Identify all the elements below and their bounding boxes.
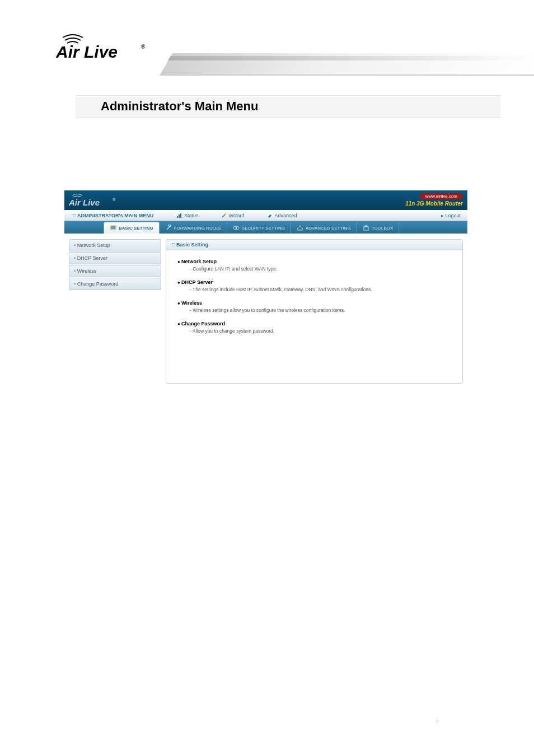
svg-text:®: ® bbox=[113, 198, 116, 202]
sidebar-item-wireless[interactable]: Wireless bbox=[69, 265, 161, 277]
router-body: Network Setup DHCP Server Wireless Chang… bbox=[64, 234, 467, 390]
menu-status[interactable]: Status bbox=[165, 213, 210, 218]
admin-main-menu-label: □ ADMINISTRATOR's MAIN MENU bbox=[64, 213, 165, 218]
router-header: Air Live ® www.airlive.com 11n 3G Mobile… bbox=[64, 190, 467, 210]
tab-toolbox[interactable]: TOOLBOX bbox=[357, 222, 400, 234]
item-desc: - Configure LAN IP, and select WAN type. bbox=[177, 266, 451, 272]
panel-item-wireless: Wireless - Wireless settings allow you t… bbox=[177, 300, 451, 313]
tab-advanced-setting[interactable]: ADVANCED SETTING bbox=[291, 222, 357, 234]
svg-text:Air Live: Air Live bbox=[56, 43, 118, 61]
url-badge[interactable]: www.airlive.com bbox=[420, 193, 463, 199]
panel-title: Basic Setting bbox=[166, 240, 462, 250]
tab-label: FORWARDING RULES bbox=[174, 226, 221, 231]
panel-item-dhcp-server: DHCP Server - The settings include Host … bbox=[177, 279, 451, 292]
house-icon bbox=[297, 225, 303, 231]
sidebar-item-dhcp-server[interactable]: DHCP Server bbox=[69, 252, 161, 264]
svg-rect-14 bbox=[365, 226, 367, 227]
page-title: Administrator's Main Menu bbox=[101, 99, 258, 114]
wrench-icon bbox=[165, 225, 172, 231]
svg-rect-6 bbox=[180, 213, 181, 218]
panel-body: Network Setup - Configure LAN IP, and se… bbox=[166, 250, 462, 350]
title-bar: Administrator's Main Menu bbox=[76, 95, 500, 118]
toolbox-icon bbox=[363, 225, 369, 231]
item-desc: - Wireless settings allow you to configu… bbox=[177, 307, 451, 313]
svg-rect-13 bbox=[364, 227, 368, 230]
tab-label: BASIC SETTING bbox=[119, 226, 153, 231]
tools-icon bbox=[267, 213, 273, 218]
tab-label: TOOLBOX bbox=[372, 226, 394, 231]
item-title[interactable]: Network Setup bbox=[177, 259, 451, 264]
svg-rect-10 bbox=[111, 226, 115, 229]
logout-link[interactable]: ▸ Logout bbox=[441, 213, 461, 218]
wand-icon bbox=[221, 213, 227, 218]
item-desc: - Allow you to change system password. bbox=[177, 328, 451, 334]
svg-text:®: ® bbox=[141, 44, 146, 50]
menu-wizard[interactable]: Wizard bbox=[210, 213, 256, 218]
item-title[interactable]: Wireless bbox=[177, 300, 451, 306]
router-tabbar: BASIC SETTING FORWARDING RULES SECURITY … bbox=[64, 221, 467, 234]
tab-label: ADVANCED SETTING bbox=[306, 226, 351, 231]
menu-label: Advanced bbox=[275, 213, 297, 218]
tab-basic-setting[interactable]: BASIC SETTING bbox=[104, 222, 160, 234]
menu-advanced[interactable]: Advanced bbox=[256, 213, 308, 218]
router-admin-screenshot: Air Live ® www.airlive.com 11n 3G Mobile… bbox=[64, 190, 467, 390]
svg-text:Air Live: Air Live bbox=[69, 198, 100, 207]
decorative-stripe-2 bbox=[168, 56, 534, 60]
router-logo: Air Live ® bbox=[69, 192, 119, 210]
router-tagline: 11n 3G Mobile Router bbox=[405, 200, 463, 207]
router-main-panel: Basic Setting Network Setup - Configure … bbox=[166, 239, 463, 384]
item-title[interactable]: Change Password bbox=[177, 321, 451, 326]
item-desc: - The settings include Host IP, Subnet M… bbox=[177, 287, 451, 292]
panel-item-change-password: Change Password - Allow you to change sy… bbox=[177, 321, 451, 334]
monitor-icon bbox=[110, 225, 116, 231]
svg-rect-5 bbox=[179, 214, 180, 218]
panel-item-network-setup: Network Setup - Configure LAN IP, and se… bbox=[177, 259, 451, 272]
menu-label: Status bbox=[184, 213, 199, 218]
svg-point-12 bbox=[235, 227, 237, 229]
router-menubar: □ ADMINISTRATOR's MAIN MENU Status Wizar… bbox=[64, 210, 467, 221]
svg-rect-4 bbox=[177, 216, 178, 218]
router-sidebar: Network Setup DHCP Server Wireless Chang… bbox=[69, 239, 161, 384]
sidebar-item-network-setup[interactable]: Network Setup bbox=[69, 239, 161, 251]
tab-label: SECURITY SETTING bbox=[242, 226, 285, 231]
bars-icon bbox=[176, 213, 182, 218]
eye-icon bbox=[233, 225, 240, 231]
tab-security-setting[interactable]: SECURITY SETTING bbox=[227, 222, 291, 234]
item-title[interactable]: DHCP Server bbox=[177, 279, 451, 285]
svg-point-8 bbox=[224, 213, 226, 214]
tab-forwarding-rules[interactable]: FORWARDING RULES bbox=[160, 222, 227, 234]
airlive-logo: Air Live ® bbox=[56, 31, 151, 64]
menu-label: Wizard bbox=[229, 213, 245, 218]
footer-mark: , bbox=[437, 716, 439, 722]
sidebar-item-change-password[interactable]: Change Password bbox=[69, 278, 161, 290]
